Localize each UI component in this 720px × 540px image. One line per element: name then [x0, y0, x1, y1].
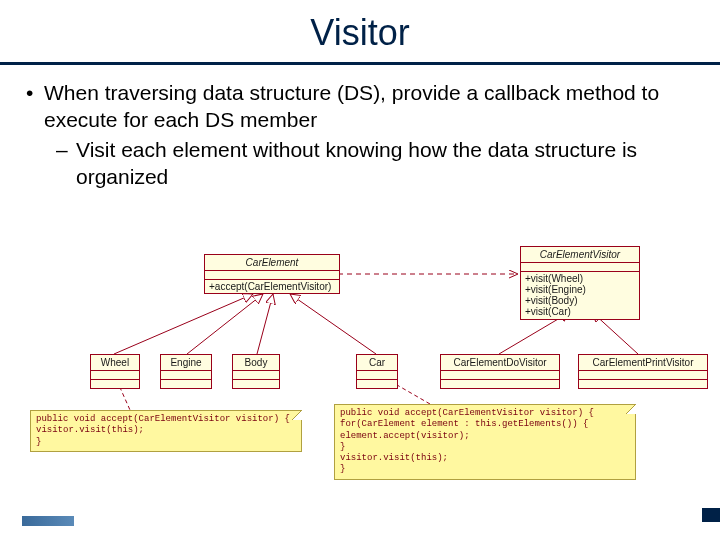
class-name: CarElement: [205, 255, 339, 271]
class-car-element-visitor: CarElementVisitor +visit(Wheel) +visit(E…: [520, 246, 640, 320]
slide-body: • When traversing data structure (DS), p…: [0, 79, 720, 190]
code-line: public void accept(CarElementVisitor vis…: [36, 414, 296, 425]
bullet-text-2: Visit each element without knowing how t…: [76, 136, 694, 191]
code-line: visitor.visit(this);: [36, 425, 296, 436]
bullet-level1: • When traversing data structure (DS), p…: [26, 79, 694, 134]
class-car: Car: [356, 354, 398, 389]
class-attrs: [521, 263, 639, 272]
class-op: +accept(CarElementVisitor): [205, 280, 339, 293]
svg-line-3: [257, 294, 273, 354]
bullet-dash-icon: –: [56, 136, 76, 163]
class-ops: +visit(Wheel) +visit(Engine) +visit(Body…: [521, 272, 639, 319]
footer-stub: [702, 508, 720, 522]
class-name: Car: [357, 355, 397, 371]
class-name: CarElementVisitor: [521, 247, 639, 263]
class-attrs: [205, 271, 339, 280]
class-name: CarElementDoVisitor: [441, 355, 559, 371]
class-car-element: CarElement +accept(CarElementVisitor): [204, 254, 340, 294]
svg-line-1: [114, 294, 253, 354]
class-print-visitor: CarElementPrintVisitor: [578, 354, 708, 389]
class-do-visitor: CarElementDoVisitor: [440, 354, 560, 389]
footer-accent: [22, 516, 74, 526]
class-name: Wheel: [91, 355, 139, 371]
uml-diagram: CarElement +accept(CarElementVisitor) Ca…: [0, 246, 720, 526]
class-wheel: Wheel: [90, 354, 140, 389]
note-car-accept: public void accept(CarElementVisitor vis…: [334, 404, 636, 480]
title-rule: [0, 62, 720, 65]
svg-line-2: [187, 294, 263, 354]
code-line: element.accept(visitor);: [340, 431, 630, 442]
op: +visit(Wheel): [525, 273, 635, 284]
code-line: public void accept(CarElementVisitor vis…: [340, 408, 630, 419]
note-wheel-accept: public void accept(CarElementVisitor vis…: [30, 410, 302, 452]
slide: Visitor • When traversing data structure…: [0, 0, 720, 540]
code-line: }: [340, 464, 630, 475]
code-line: }: [340, 442, 630, 453]
op: +visit(Body): [525, 295, 635, 306]
op: +visit(Engine): [525, 284, 635, 295]
note-fold-icon: [292, 410, 302, 420]
class-engine: Engine: [160, 354, 212, 389]
slide-title: Visitor: [0, 0, 720, 62]
svg-line-4: [290, 294, 376, 354]
op: +visit(Car): [525, 306, 635, 317]
class-name: Engine: [161, 355, 211, 371]
code-line: for(CarElement element : this.getElement…: [340, 419, 630, 430]
class-body: Body: [232, 354, 280, 389]
class-name: CarElementPrintVisitor: [579, 355, 707, 371]
code-line: visitor.visit(this);: [340, 453, 630, 464]
class-name: Body: [233, 355, 279, 371]
note-fold-icon: [626, 404, 636, 414]
code-line: }: [36, 437, 296, 448]
bullet-dot-icon: •: [26, 79, 44, 106]
bullet-level2: – Visit each element without knowing how…: [56, 136, 694, 191]
bullet-text-1: When traversing data structure (DS), pro…: [44, 79, 694, 134]
